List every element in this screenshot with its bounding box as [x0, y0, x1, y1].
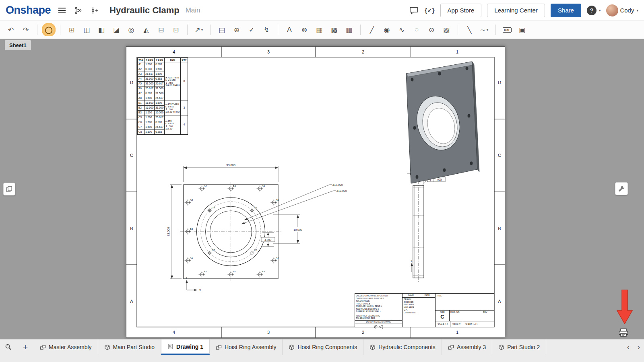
dimension-icon[interactable]: ↗▾ — [192, 23, 206, 36]
front-view[interactable]: A7B2A6A8A5B3A1A4A2B1A3C8C6C7C5 33.000 — [167, 163, 347, 292]
hole-table-cell: 31.500 — [155, 91, 165, 96]
svg-text:A: A — [498, 299, 501, 304]
callout-icon[interactable]: ⊕ — [230, 23, 244, 36]
workspace-label[interactable]: Main — [186, 6, 200, 14]
hole-table-cell: 26.617 — [155, 125, 165, 130]
hole-table-cell: 1.500 — [144, 115, 155, 120]
partstudio-icon — [104, 344, 110, 350]
surface-finish-icon[interactable]: ✓ — [245, 23, 258, 36]
doc-tab-main-part-studio[interactable]: Main Part Studio — [98, 339, 161, 355]
dim-pitch[interactable]: 10.000 — [293, 228, 302, 231]
break-out-view-icon[interactable]: ⊟ — [154, 23, 168, 36]
isometric-view[interactable] — [406, 62, 479, 183]
scroll-tabs-left-icon[interactable]: ‹ — [623, 339, 634, 355]
doc-tab-drawing-1[interactable]: Drawing 1 — [161, 339, 210, 355]
text-icon[interactable]: A — [283, 23, 296, 36]
app-store-button[interactable]: App Store — [440, 4, 482, 17]
comments-icon[interactable] — [409, 5, 419, 16]
chevron-down-icon: ▾ — [599, 8, 601, 12]
insert-view-icon[interactable]: ⊞ — [65, 23, 78, 36]
hole-size-cell: ⌀.703 THRU ⊔ ⌀1.188 ↧ .750 3/4-20 THRU — [165, 62, 181, 101]
revision-cloud-icon[interactable]: ∿ — [395, 23, 409, 36]
crop-view-icon[interactable]: ⊡ — [169, 23, 183, 36]
hatch-icon[interactable]: ▨ — [440, 23, 453, 36]
svg-text:2: 2 — [362, 49, 364, 54]
hole-table-cell: 26.617 — [144, 72, 155, 77]
svg-text:1: 1 — [456, 49, 458, 54]
doc-tab-assembly-3[interactable]: Assembly 3 — [442, 339, 492, 355]
dim-bore[interactable]: ⌀17.000 — [332, 183, 343, 186]
learning-center-button[interactable]: Learning Center — [487, 4, 545, 17]
projected-view-icon[interactable]: ◫ — [80, 23, 93, 36]
print-button[interactable] — [618, 328, 629, 337]
dwg-no-label: DWG. NO. — [450, 311, 482, 321]
main-menu-icon[interactable] — [57, 5, 67, 16]
section-view-icon[interactable]: ◪ — [109, 23, 123, 36]
hole-table-header: Y LOC — [155, 58, 165, 62]
side-view[interactable]: 3.000 ∥ .005 Y — [407, 169, 445, 283]
add-tab-button[interactable]: + — [17, 339, 34, 355]
sheets-panel-toggle[interactable] — [3, 183, 15, 195]
export-dxf-icon[interactable]: DXF — [500, 23, 514, 36]
detail-view-icon[interactable]: ◎ — [124, 23, 138, 36]
sketch-icon[interactable]: ◯ — [42, 23, 56, 36]
dim-width[interactable]: 33.000 — [226, 163, 235, 167]
center-mark-icon[interactable]: ◉ — [380, 23, 394, 36]
versions-icon[interactable] — [73, 5, 84, 16]
broken-view-icon[interactable]: ◭ — [139, 23, 153, 36]
user-menu[interactable]: Cody ▾ — [606, 4, 638, 16]
hole-table-cell: 6.383 — [155, 62, 165, 67]
drawing-canvas[interactable]: Sheet1 43 21 43 21 DC BA — [0, 39, 644, 339]
weld-symbol-icon[interactable]: ↯ — [260, 23, 273, 36]
center-point-icon[interactable]: ⊙ — [425, 23, 438, 36]
redo-icon[interactable]: ↷ — [19, 23, 33, 36]
dim-cbore[interactable]: ⌀19.000 — [336, 189, 347, 192]
spline-icon[interactable]: ∼▾ — [477, 23, 491, 36]
help-menu[interactable]: ? ▾ — [587, 6, 601, 15]
featurescript-icon[interactable]: {✓} — [425, 7, 434, 14]
hole-table-cell: A1 — [138, 62, 144, 67]
hole-table[interactable]: TAGX LOCY LOCSIZEQTYA11.5006.383⌀.703 TH… — [137, 58, 188, 135]
centerline-icon[interactable]: ╱ — [365, 23, 379, 36]
fcf-value[interactable]: .005 — [437, 178, 442, 181]
doc-tab-part-studio-2[interactable]: Part Studio 2 — [492, 339, 546, 355]
doc-tab-hoist-ring-components[interactable]: Hoist Ring Components — [283, 339, 363, 355]
settings-wrench-button[interactable] — [615, 182, 628, 195]
share-button[interactable]: Share — [551, 4, 581, 17]
hole-tag: C6 — [254, 206, 257, 209]
doc-tab-hoist-ring-assembly[interactable]: Hoist Ring Assembly — [210, 339, 283, 355]
note-icon[interactable]: ▤ — [215, 23, 229, 36]
scroll-tabs-right-icon[interactable]: › — [634, 339, 644, 355]
hole-table-cell: 31.500 — [144, 77, 155, 82]
revision-table-icon[interactable]: ▥ — [342, 23, 356, 36]
manage-tabs-button[interactable] — [0, 339, 17, 355]
dim-offset[interactable]: 4.967 — [264, 239, 272, 241]
onshape-logo[interactable]: Onshape — [6, 4, 51, 16]
hole-table-cell: 6.383 — [144, 91, 155, 96]
tab-label: Part Studio 2 — [507, 344, 540, 350]
name-header: NAME — [408, 294, 413, 297]
svg-text:4: 4 — [173, 330, 175, 335]
balloon-icon[interactable]: ⊚ — [297, 23, 311, 36]
auxiliary-view-icon[interactable]: ◧ — [95, 23, 108, 36]
construction-circle-icon[interactable]: ◌ — [410, 23, 423, 36]
doc-tab-hydraulic-components[interactable]: Hydraulic Components — [363, 339, 442, 355]
doc-tab-master-assembly[interactable]: Master Assembly — [34, 339, 98, 355]
document-title: Hydraulic Clamp — [109, 5, 180, 16]
undo-icon[interactable]: ↶ — [4, 23, 18, 36]
hole-table-icon[interactable]: ▩ — [327, 23, 341, 36]
hole-table-cell: 1.500 — [144, 62, 155, 67]
insert-version-icon[interactable] — [90, 5, 100, 16]
insert-image-icon[interactable]: ▣ — [515, 23, 529, 36]
tab-label: Hoist Ring Components — [297, 344, 357, 350]
do-not-scale-note: DO NOT SCALE DRAWING — [355, 321, 402, 324]
dim-height[interactable]: 33.000 — [167, 227, 170, 237]
svg-text:B: B — [498, 226, 501, 231]
sheet-tab[interactable]: Sheet1 — [5, 40, 31, 50]
document-tab-bar: + Master AssemblyMain Part StudioDrawing… — [0, 339, 644, 362]
hole-tag: B1 — [233, 270, 236, 273]
line-icon[interactable]: ╲ — [462, 23, 476, 36]
hole-table-cell: 1.500 — [144, 125, 155, 130]
hole-size-cell: ⌀.453 THRU ⊔ ⌀.813 ↧ .500 1/2-20 THRU — [165, 101, 181, 115]
table-icon[interactable]: ▦ — [312, 23, 326, 36]
